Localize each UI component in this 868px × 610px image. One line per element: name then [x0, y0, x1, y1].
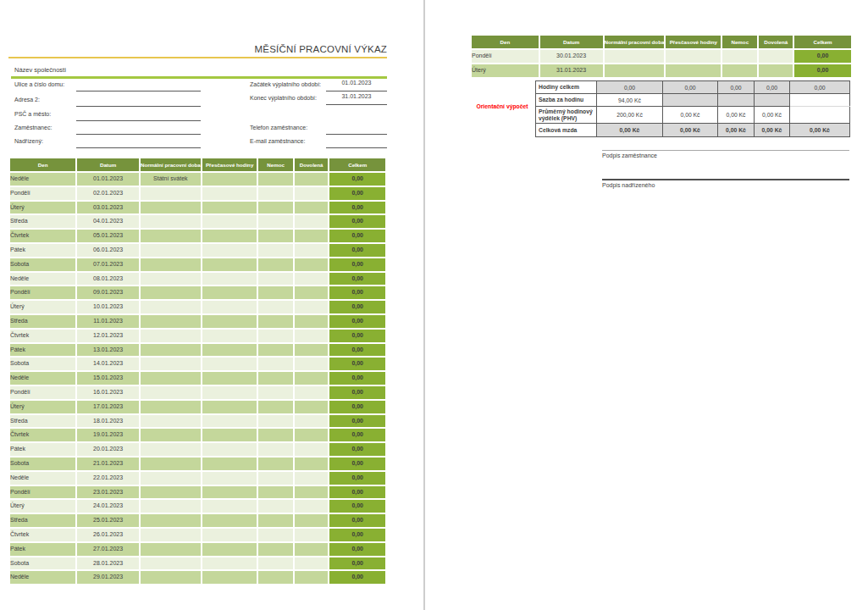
entry-cell-vacation[interactable]	[295, 273, 329, 286]
form-field-right-2-line[interactable]	[326, 134, 387, 135]
entry-cell-overtime[interactable]	[202, 358, 257, 370]
entry-cell-sickness[interactable]	[258, 372, 292, 385]
entry-cell-sickness[interactable]	[258, 358, 292, 370]
form-field-left-2-line[interactable]	[76, 120, 201, 121]
entry-cell-sickness[interactable]	[258, 443, 292, 456]
entry-cell-vacation[interactable]	[295, 557, 329, 570]
entry-cell-normal[interactable]	[141, 401, 201, 413]
entry-cell-overtime[interactable]	[202, 258, 257, 271]
entry-cell-overtime[interactable]	[202, 173, 257, 186]
form-field-right-1-line[interactable]	[326, 104, 387, 105]
entry-cell-sickness[interactable]	[258, 543, 292, 556]
entry-cell-normal[interactable]	[141, 187, 201, 200]
form-field-right-1-value[interactable]: 31.01.2023	[326, 93, 387, 99]
entry-cell-sickness[interactable]	[258, 458, 292, 470]
entry-cell-normal[interactable]	[141, 429, 201, 441]
form-field-right-3-line[interactable]	[326, 147, 387, 148]
entry-cell-normal[interactable]	[141, 514, 201, 527]
entry-cell-vacation[interactable]	[295, 286, 329, 299]
entry-cell-vacation[interactable]	[295, 173, 329, 186]
entry-cell-vacation[interactable]	[295, 543, 329, 556]
entry-cell-vacation[interactable]	[295, 429, 329, 441]
entry-cell-sickness[interactable]	[258, 173, 292, 186]
entry-cell-sickness[interactable]	[258, 187, 292, 200]
entry-cell-normal[interactable]	[141, 543, 201, 556]
entry-cell-normal[interactable]	[141, 286, 201, 299]
entry-cell-normal[interactable]	[141, 301, 201, 313]
entry-cell-sickness[interactable]	[258, 202, 292, 214]
form-field-left-0-line[interactable]	[76, 91, 201, 92]
entry-cell-vacation[interactable]	[295, 500, 329, 513]
summary-value-cell[interactable]: 200,00 Kč	[597, 107, 663, 124]
entry-cell-sickness[interactable]	[258, 230, 292, 242]
entry-cell-sickness[interactable]	[258, 529, 292, 541]
entry-cell-sickness[interactable]	[258, 258, 292, 271]
entry-cell-vacation[interactable]	[759, 50, 793, 63]
entry-cell-vacation[interactable]	[295, 358, 329, 370]
entry-cell-vacation[interactable]	[295, 472, 329, 485]
entry-cell-vacation[interactable]	[295, 230, 329, 242]
entry-cell-overtime[interactable]	[202, 557, 257, 570]
entry-cell-normal[interactable]	[141, 315, 201, 328]
entry-cell-sickness[interactable]	[258, 344, 292, 357]
entry-cell-overtime[interactable]	[202, 472, 257, 485]
entry-cell-normal[interactable]	[605, 64, 665, 77]
entry-cell-sickness[interactable]	[258, 514, 292, 527]
entry-cell-normal[interactable]	[141, 258, 201, 271]
entry-cell-sickness[interactable]	[258, 315, 292, 328]
entry-cell-normal[interactable]	[141, 358, 201, 370]
form-field-right-0-value[interactable]: 01.01.2023	[326, 80, 387, 86]
entry-cell-vacation[interactable]	[295, 187, 329, 200]
entry-cell-sickness[interactable]	[258, 429, 292, 441]
form-field-left-3-line[interactable]	[76, 134, 201, 135]
entry-cell-normal[interactable]	[141, 571, 201, 584]
entry-cell-vacation[interactable]	[295, 301, 329, 313]
entry-cell-normal[interactable]	[141, 344, 201, 357]
entry-cell-vacation[interactable]	[759, 64, 793, 77]
entry-cell-overtime[interactable]	[202, 458, 257, 470]
entry-cell-sickness[interactable]	[722, 64, 757, 77]
entry-cell-vacation[interactable]	[295, 372, 329, 385]
entry-cell-sickness[interactable]	[258, 401, 292, 413]
entry-cell-overtime[interactable]	[202, 230, 257, 242]
entry-cell-vacation[interactable]	[295, 344, 329, 357]
entry-cell-overtime[interactable]	[202, 486, 257, 499]
entry-cell-sickness[interactable]	[258, 273, 292, 286]
entry-cell-sickness[interactable]	[258, 500, 292, 513]
entry-cell-sickness[interactable]	[722, 50, 757, 63]
entry-cell-overtime[interactable]	[202, 344, 257, 357]
entry-cell-sickness[interactable]	[258, 557, 292, 570]
entry-cell-vacation[interactable]	[295, 330, 329, 342]
entry-cell-overtime[interactable]	[202, 529, 257, 541]
entry-cell-vacation[interactable]	[295, 415, 329, 428]
employee-signature-line[interactable]	[602, 150, 849, 151]
entry-cell-vacation[interactable]	[295, 486, 329, 499]
entry-cell-sickness[interactable]	[258, 415, 292, 428]
entry-cell-overtime[interactable]	[202, 330, 257, 342]
entry-cell-overtime[interactable]	[202, 415, 257, 428]
entry-cell-overtime[interactable]	[202, 571, 257, 584]
form-field-right-0-line[interactable]	[326, 91, 387, 92]
supervisor-signature-line[interactable]	[602, 179, 849, 180]
entry-cell-normal[interactable]: Státní svátek	[141, 173, 201, 186]
entry-cell-sickness[interactable]	[258, 330, 292, 342]
entry-cell-normal[interactable]	[141, 472, 201, 485]
entry-cell-overtime[interactable]	[666, 50, 721, 63]
entry-cell-overtime[interactable]	[202, 401, 257, 413]
entry-cell-sickness[interactable]	[258, 286, 292, 299]
entry-cell-vacation[interactable]	[295, 244, 329, 257]
entry-cell-normal[interactable]	[141, 415, 201, 428]
entry-cell-normal[interactable]	[141, 443, 201, 456]
entry-cell-overtime[interactable]	[202, 514, 257, 527]
entry-cell-sickness[interactable]	[258, 486, 292, 499]
entry-cell-sickness[interactable]	[258, 472, 292, 485]
form-field-left-1-line[interactable]	[76, 106, 201, 107]
form-field-left-4-line[interactable]	[76, 147, 201, 148]
entry-cell-sickness[interactable]	[258, 571, 292, 584]
entry-cell-vacation[interactable]	[295, 529, 329, 541]
entry-cell-normal[interactable]	[141, 500, 201, 513]
entry-cell-vacation[interactable]	[295, 215, 329, 228]
entry-cell-overtime[interactable]	[202, 500, 257, 513]
entry-cell-normal[interactable]	[605, 50, 665, 63]
entry-cell-normal[interactable]	[141, 202, 201, 214]
